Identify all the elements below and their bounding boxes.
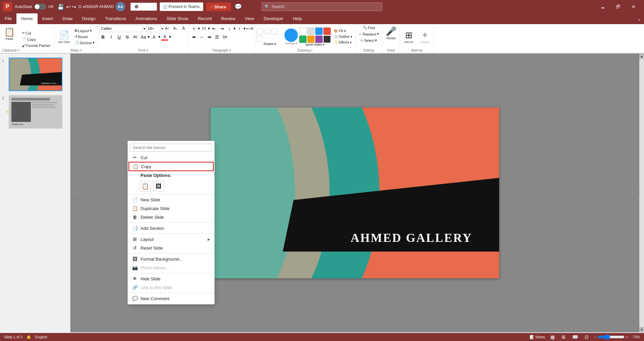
case-button[interactable]: Aa [140,33,147,41]
shape-effects-button[interactable]: ✨ Effects ▾ [332,40,354,45]
copy-button[interactable]: 📄 Copy [20,37,52,42]
slide-thumb-1[interactable]: 1 AHMED GAL... [0,56,70,92]
numbering-button[interactable]: ⑴ [200,25,208,32]
minimize-button[interactable]: 🗕 [595,0,610,13]
slide-thumbnail-1[interactable]: AHMED GAL... [9,58,62,91]
shape-outline-button[interactable]: ⬜ Outline ▾ [332,34,354,39]
tab-view[interactable]: View [240,13,259,24]
smart-art-button[interactable]: SA [221,33,228,41]
accessibility-icon[interactable]: 🔔 [26,335,31,339]
paste-button[interactable]: 📋 Paste [2,25,17,46]
context-reset[interactable]: ↺ Reset Slide [128,244,214,252]
dictate-button[interactable]: 🎤 Dictate [384,25,398,41]
tab-design[interactable]: Design [77,13,100,24]
bullets-button[interactable]: ≡ [190,25,198,32]
context-hide[interactable]: 👁 Hide Slide [128,274,214,283]
decrease-indent-button[interactable]: ⇤ [210,25,218,32]
notes-button[interactable]: 📝 Notes [530,335,545,339]
layout-button[interactable]: ⊞ Layout ▾ [73,28,97,33]
designer-button[interactable]: ✦ Designer [418,29,432,45]
highlight-button[interactable]: A [150,33,158,41]
context-format-bg[interactable]: 🖼 Format Background... [128,255,214,263]
context-new-comment[interactable]: 💬 New Comment [128,294,214,303]
quick-style-2[interactable] [307,27,315,35]
shapes-expand[interactable]: Shapes ▾ [256,42,283,46]
maximize-button[interactable]: 🗗 [610,0,626,13]
strikethrough-button[interactable]: S [123,33,131,41]
shape-item[interactable] [257,36,263,42]
slide-nav-next[interactable]: ❯ [631,191,634,195]
new-slide-button[interactable]: 📄 New Slide [56,29,72,45]
tab-slideshow[interactable]: Slide Show [162,13,193,24]
zoom-slider[interactable] [598,334,625,340]
col-button[interactable]: ⫶ [236,25,243,32]
context-copy[interactable]: 📋 Copy [128,162,214,171]
decrease-font-button[interactable]: A↓ [172,25,179,32]
shape-fill-button[interactable]: 🎨 Fill ▾ [332,28,354,33]
shape-item[interactable] [264,28,270,35]
quick-style-7[interactable] [315,36,323,43]
context-add-section[interactable]: 📑 Add Section [128,224,214,232]
quick-style-8[interactable] [323,36,331,43]
tab-animations[interactable]: Animations [131,13,162,24]
collapse-ribbon-icon[interactable]: ⌄ [637,16,641,21]
context-menu-search[interactable] [130,144,212,152]
font-expand-icon[interactable]: ▾ [144,27,145,30]
font-expand-icon2[interactable]: ⊡ [146,49,148,52]
save-icon[interactable]: 💾 [57,4,64,10]
shape-item[interactable] [271,28,277,35]
replace-button[interactable]: ↔ Replace ▾ [357,31,381,37]
justify-button[interactable]: ☰ [213,33,221,41]
font-color-button[interactable]: A [161,33,168,41]
format-painter-button[interactable]: 🖌 Format Painter [20,43,52,48]
comments-button[interactable]: 💬 [234,3,242,10]
paste-option-default[interactable]: 📋 [140,181,151,192]
tab-file[interactable]: File [0,13,16,24]
context-layout[interactable]: ⊞ Layout ▶ [128,235,214,244]
cut-button[interactable]: ✂ Cut [20,30,52,36]
autosave-toggle[interactable] [34,4,46,10]
find-button[interactable]: 🔍 Find [361,25,377,30]
tab-home[interactable]: Home [16,13,38,24]
present-in-teams-button[interactable]: ⊡ Present in Teams [160,2,204,11]
underline-button[interactable]: U [115,33,123,41]
tab-developer[interactable]: Developer [259,13,288,24]
draw-expand-icon[interactable]: ⊡ [310,49,313,52]
normal-view-btn[interactable]: ▦ [549,334,556,340]
redo-icon[interactable]: ↪ [72,4,76,10]
size-expand-icon[interactable]: ▾ [161,27,163,30]
add-ins-button[interactable]: ⊞ Add-ins [401,29,416,45]
bold-button[interactable]: B [99,33,107,41]
record-button[interactable]: Record [130,3,157,11]
clear-format-button[interactable]: Ā [180,25,187,32]
presenter-view-btn[interactable]: ⊡ [583,334,590,340]
quick-style-4[interactable] [323,27,331,35]
increase-font-button[interactable]: A↑ [164,25,171,32]
quick-style-5[interactable] [299,36,307,43]
quick-style-1[interactable] [299,27,307,35]
slide-nav-prev[interactable]: ❮ [76,191,79,195]
quick-style-6[interactable] [307,36,315,43]
align-right-button[interactable]: ➡ [206,33,213,41]
align-center-button[interactable]: ↔ [198,33,205,41]
context-delete[interactable]: 🗑 Delete Slide [128,213,214,221]
customize-icon[interactable]: ⊡ [78,4,82,9]
context-duplicate[interactable]: 📋 Duplicate Slide [128,204,214,213]
vertical-scrollbar[interactable]: ▲ ▼ [639,54,644,332]
scroll-down-btn[interactable]: ▼ [639,327,644,332]
tab-draw[interactable]: Draw [58,13,77,24]
font-size-input[interactable] [146,25,161,32]
tab-help[interactable]: Help [288,13,307,24]
slide-thumb-2[interactable]: 2 Project Inte... [0,94,70,130]
tab-transitions[interactable]: Transitions [100,13,131,24]
italic-button[interactable]: I [107,33,115,41]
quick-style-3[interactable] [315,27,323,35]
close-button[interactable]: ✕ [626,0,641,13]
section-button[interactable]: 📑 Section ▾ [73,40,97,46]
tab-record[interactable]: Record [193,13,216,24]
slide-thumbnail-2[interactable]: Project Inte... [9,95,62,129]
font-name-input[interactable] [99,25,143,32]
slides-expand-icon[interactable]: ⊡ [80,49,82,52]
spacing-button[interactable]: AV [131,33,139,41]
paste-option-image[interactable]: 🖼 [153,181,164,192]
